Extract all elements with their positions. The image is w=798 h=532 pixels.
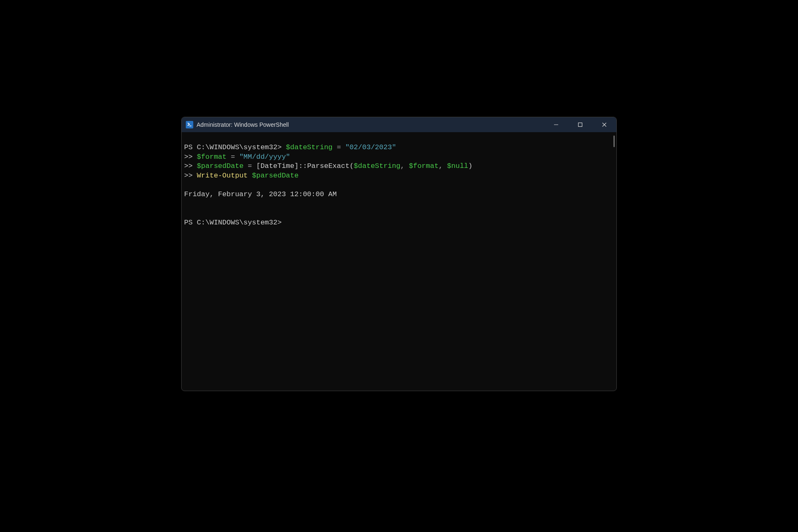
- titlebar-left: Administrator: Windows PowerShell: [186, 121, 544, 128]
- maximize-button[interactable]: [568, 117, 592, 132]
- terminal-blank-line: [184, 209, 614, 218]
- terminal-line: >> $format = "MM/dd/yyyy": [184, 153, 614, 162]
- scrollbar-thumb[interactable]: [613, 135, 615, 147]
- powershell-window: Administrator: Windows PowerShell PS C:\…: [181, 117, 617, 391]
- terminal-line: >> Write-Output $parsedDate: [184, 171, 614, 181]
- terminal-line: >> $parsedDate = [DateTime]::ParseExact(…: [184, 162, 614, 171]
- variable: $parsedDate: [197, 162, 244, 170]
- continuation-prompt: >>: [184, 162, 197, 170]
- variable: $dateString: [354, 162, 400, 170]
- operator: =: [248, 162, 252, 170]
- operator: =: [337, 143, 341, 151]
- string-literal: "MM/dd/yyyy": [239, 153, 290, 161]
- terminal-line: PS C:\WINDOWS\system32>: [184, 218, 614, 228]
- terminal-output: Friday, February 3, 2023 12:00:00 AM: [184, 190, 614, 200]
- powershell-icon: [186, 121, 193, 128]
- window-title: Administrator: Windows PowerShell: [197, 121, 289, 128]
- operator: =: [231, 153, 235, 161]
- variable: $dateString: [286, 143, 332, 151]
- window-controls: [544, 117, 616, 132]
- close-button[interactable]: [592, 117, 616, 132]
- prompt: PS C:\WINDOWS\system32>: [184, 143, 286, 151]
- minimize-button[interactable]: [544, 117, 568, 132]
- continuation-prompt: >>: [184, 172, 197, 180]
- variable: $format: [409, 162, 438, 170]
- variable: $format: [197, 153, 227, 161]
- cmdlet: Write-Output: [197, 172, 248, 180]
- terminal-blank-line: [184, 180, 614, 190]
- terminal-body[interactable]: PS C:\WINDOWS\system32> $dateString = "0…: [182, 132, 616, 391]
- terminal-blank-line: [184, 200, 614, 209]
- string-literal: "02/03/2023": [345, 143, 396, 151]
- prompt: PS C:\WINDOWS\system32>: [184, 219, 282, 227]
- terminal-line: PS C:\WINDOWS\system32> $dateString = "0…: [184, 143, 614, 153]
- variable: $null: [447, 162, 468, 170]
- continuation-prompt: >>: [184, 153, 197, 161]
- svg-rect-2: [579, 123, 582, 126]
- titlebar[interactable]: Administrator: Windows PowerShell: [182, 117, 616, 132]
- variable: $parsedDate: [252, 172, 298, 180]
